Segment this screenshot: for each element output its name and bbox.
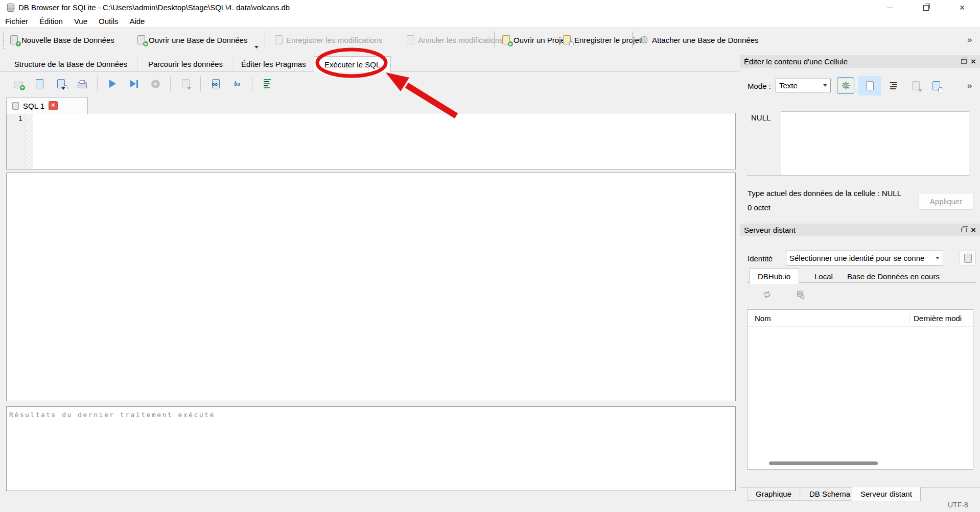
tab-edit-pragmas[interactable]: Éditer les Pragmas	[231, 57, 317, 71]
attach-database-icon	[640, 35, 649, 44]
refresh-icon	[762, 290, 772, 299]
find-icon[interactable]: oo	[211, 79, 220, 88]
auto-switch-mode-button[interactable]	[837, 77, 854, 94]
dock-tab-db-schema[interactable]: DB Schema	[801, 487, 859, 501]
stop-execution-icon: ×	[151, 79, 160, 88]
chevron-down-icon	[823, 84, 827, 87]
restore-icon	[923, 5, 929, 11]
menu-outils[interactable]: Outils	[93, 15, 124, 27]
tab-local[interactable]: Local	[806, 270, 841, 283]
sql-text-area[interactable]	[33, 113, 735, 169]
results-grid-panel	[6, 173, 736, 401]
sql-toolbar-separator	[97, 76, 98, 91]
column-header-nom[interactable]: Nom	[748, 314, 909, 323]
menu-vue[interactable]: Vue	[68, 15, 93, 27]
mode-label: Mode :	[748, 82, 771, 90]
import-cell-button	[907, 78, 924, 93]
sql-toolbar-separator	[200, 76, 201, 91]
tab-browse-data[interactable]: Parcourir les données	[138, 57, 234, 71]
execution-log-panel: Résultats du dernier traitement exécuté	[6, 406, 736, 491]
chevron-down-icon	[936, 257, 940, 259]
dock-tab-serveur-distant[interactable]: Serveur distant	[852, 487, 921, 501]
toolbar-separator	[494, 32, 495, 49]
edit-cell-panel-header: Éditer le contenu d'une Cellule ×	[740, 55, 980, 68]
menu-aide[interactable]: Aide	[124, 15, 150, 27]
toolbar-overflow-chevron[interactable]: »	[967, 35, 972, 45]
sql-editor-tab[interactable]: SQL 1 ×	[6, 97, 88, 114]
close-icon: ×	[960, 3, 965, 12]
open-project-button[interactable]: ➤ Ouvrir un Projet	[499, 31, 569, 49]
tab-execute-sql[interactable]: Exécuter le SQL	[314, 56, 391, 72]
export-cell-button[interactable]: ▦	[927, 78, 945, 93]
save-project-icon: ▦	[562, 35, 571, 44]
clone-database-icon	[796, 290, 805, 299]
mode-select[interactable]: Texte	[776, 79, 831, 92]
open-database-dropdown-arrow[interactable]	[254, 46, 259, 48]
line-number-gutter: 1	[7, 113, 26, 169]
new-sql-tab-icon[interactable]: +	[13, 79, 22, 88]
remote-file-table[interactable]: Nom Dernière modi	[747, 309, 973, 470]
minimize-icon	[887, 8, 893, 8]
float-panel-icon[interactable]	[961, 228, 967, 232]
window-title: DB Browser for SQLite - C:\Users\admin\D…	[18, 3, 290, 12]
results-placeholder: Résultats du dernier traitement exécuté	[9, 411, 215, 419]
toolbar-separator	[632, 32, 633, 49]
write-changes-icon	[274, 35, 283, 44]
tab-structure[interactable]: Structure de la Base de Données	[4, 57, 138, 71]
print-icon[interactable]	[78, 79, 87, 88]
text-mode-button[interactable]	[858, 76, 881, 95]
horizontal-scrollbar-thumb[interactable]	[769, 461, 878, 465]
sql-tab-close-icon[interactable]: ×	[49, 101, 58, 110]
format-sql-icon[interactable]	[263, 79, 272, 88]
restore-button[interactable]	[914, 0, 938, 15]
save-sql-file-icon[interactable]: ▦	[56, 79, 65, 88]
execute-line-icon[interactable]	[129, 79, 138, 88]
sql-tabbar-line	[6, 113, 736, 113]
title-bar: DB Browser for SQLite - C:\Users\admin\D…	[0, 0, 980, 15]
word-wrap-button[interactable]	[886, 79, 900, 92]
close-panel-icon[interactable]: ×	[971, 226, 976, 234]
minimize-button[interactable]	[878, 0, 901, 15]
open-sql-file-icon[interactable]	[35, 79, 44, 88]
identity-file-icon	[963, 254, 972, 263]
dock-tab-graphique[interactable]: Graphique	[747, 487, 800, 501]
export-file-icon: ▦	[931, 81, 941, 90]
menu-bar: Fichier Édition Vue Outils Aide	[0, 15, 980, 28]
remote-panel-header: Serveur distant ×	[740, 224, 980, 236]
cell-value-editor[interactable]	[781, 111, 969, 176]
toolbar-separator	[265, 32, 265, 49]
tab-dbhub[interactable]: DBHub.io	[749, 269, 799, 284]
tab-current-database[interactable]: Base de Données en cours	[839, 270, 948, 283]
save-results-icon	[181, 79, 190, 88]
apply-button: Appliquer	[919, 193, 973, 210]
red-arrow-shaft	[407, 85, 456, 116]
cell-toolbar-overflow-chevron[interactable]: »	[967, 81, 972, 91]
line-number: 1	[18, 114, 22, 123]
sql-editor[interactable]: 1	[6, 113, 736, 169]
cell-size-text: 0 octet	[748, 203, 771, 212]
cell-value-gutter: NULL	[747, 111, 781, 176]
close-button[interactable]: ×	[950, 0, 974, 15]
sql-document-icon	[12, 101, 19, 110]
attach-database-button[interactable]: Attacher une Base de Données	[638, 31, 760, 49]
toolbar-handle[interactable]	[3, 32, 6, 49]
db-browser-window: DB Browser for SQLite - C:\Users\admin\D…	[0, 0, 980, 512]
float-panel-icon[interactable]	[961, 59, 967, 64]
save-project-button[interactable]: ▦ Enregistrer le projet	[560, 31, 643, 49]
sql-toolbar-separator	[252, 76, 252, 91]
open-database-button[interactable]: ➤ Ouvrir une Base de Données	[134, 31, 249, 49]
column-header-derniere-modif[interactable]: Dernière modi	[909, 314, 973, 323]
identity-label: Identité	[748, 254, 773, 263]
app-database-icon	[6, 3, 15, 14]
manage-identities-button[interactable]	[960, 251, 976, 265]
remote-table-header: Nom Dernière modi	[748, 310, 973, 327]
new-database-button[interactable]: + Nouvelle Base de Données	[7, 31, 116, 49]
identity-select[interactable]: Sélectionner une identité pour se conne	[786, 251, 943, 265]
revert-changes-icon	[406, 35, 415, 44]
cell-null-label: NULL	[751, 113, 771, 122]
replace-icon[interactable]: ba	[232, 79, 242, 88]
menu-edition[interactable]: Édition	[34, 15, 68, 27]
close-panel-icon[interactable]: ×	[971, 58, 976, 66]
menu-fichier[interactable]: Fichier	[5, 15, 34, 27]
execute-sql-icon[interactable]	[108, 79, 117, 88]
